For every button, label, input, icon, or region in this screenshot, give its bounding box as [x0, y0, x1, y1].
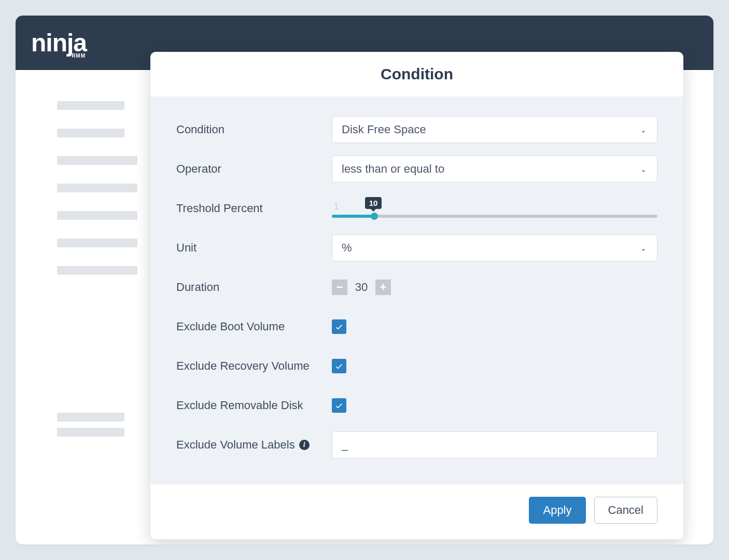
label-exclude-labels-text: Exclude Volume Labels	[176, 438, 295, 452]
skeleton-line	[57, 239, 137, 247]
skeleton-line	[57, 129, 124, 137]
slider-track	[332, 215, 657, 218]
label-unit: Unit	[176, 241, 332, 255]
row-threshold: Treshold Percent 1 10	[176, 195, 657, 222]
input-exclude-labels-value: _	[342, 438, 348, 452]
modal-footer: Apply Cancel	[150, 484, 683, 539]
checkbox-exclude-boot[interactable]	[332, 319, 346, 334]
select-unit[interactable]: %	[332, 234, 657, 261]
row-duration: Duration − 30 +	[176, 274, 657, 301]
slider-threshold[interactable]: 1 10	[332, 195, 657, 222]
chevron-down-icon	[639, 165, 648, 173]
select-condition[interactable]: Disk Free Space	[332, 116, 657, 143]
duration-value: 30	[353, 281, 370, 294]
cancel-button[interactable]: Cancel	[594, 497, 657, 524]
brand-logo: ninjaRMM	[31, 31, 87, 55]
skeleton-line	[57, 211, 137, 220]
slider-value-badge: 10	[365, 197, 382, 209]
slider-thumb[interactable]	[371, 213, 378, 220]
label-duration: Duration	[176, 281, 332, 294]
row-exclude-recovery: Exclude Recovery Volume	[176, 353, 657, 380]
skeleton-line	[57, 101, 124, 110]
input-exclude-labels[interactable]: _	[332, 431, 657, 458]
app-window: ninjaRMM Condition Condition Disk Free S…	[16, 16, 713, 544]
row-condition: Condition Disk Free Space	[176, 116, 657, 143]
duration-minus-button[interactable]: −	[332, 279, 347, 295]
slider-fill	[332, 215, 374, 218]
label-operator: Operator	[176, 162, 332, 176]
modal-title: Condition	[150, 52, 683, 96]
chevron-down-icon	[639, 125, 648, 134]
modal-body: Condition Disk Free Space Operator less …	[150, 96, 683, 484]
brand-name: ninja	[31, 29, 87, 57]
label-threshold: Treshold Percent	[176, 202, 332, 215]
skeleton-line	[57, 184, 137, 192]
row-exclude-labels: Exclude Volume Labels i _	[176, 431, 657, 458]
info-icon[interactable]: i	[299, 440, 310, 450]
row-exclude-removable: Exclude Removable Disk	[176, 392, 657, 419]
slider-min: 1	[334, 202, 339, 212]
row-exclude-boot: Exclude Boot Volume	[176, 313, 657, 340]
skeleton-line	[57, 428, 124, 437]
label-exclude-recovery: Exclude Recovery Volume	[176, 359, 332, 373]
skeleton-line	[57, 156, 137, 165]
select-unit-value: %	[342, 241, 352, 255]
check-icon	[334, 322, 344, 331]
skeleton-line	[57, 413, 124, 422]
stepper-duration: − 30 +	[332, 279, 391, 295]
apply-button[interactable]: Apply	[529, 497, 585, 524]
duration-plus-button[interactable]: +	[375, 279, 391, 295]
select-operator-value: less than or equal to	[342, 162, 444, 176]
skeleton-line	[57, 266, 137, 275]
checkbox-exclude-recovery[interactable]	[332, 359, 346, 373]
check-icon	[334, 361, 344, 371]
condition-modal: Condition Condition Disk Free Space Oper…	[150, 52, 683, 539]
select-operator[interactable]: less than or equal to	[332, 156, 657, 183]
label-exclude-removable: Exclude Removable Disk	[176, 399, 332, 412]
row-operator: Operator less than or equal to	[176, 156, 657, 183]
check-icon	[334, 401, 344, 410]
label-exclude-boot: Exclude Boot Volume	[176, 320, 332, 333]
row-unit: Unit %	[176, 234, 657, 261]
brand-suffix: RMM	[72, 53, 86, 59]
chevron-down-icon	[639, 244, 648, 252]
checkbox-exclude-removable[interactable]	[332, 398, 346, 413]
select-condition-value: Disk Free Space	[342, 123, 426, 136]
label-exclude-labels: Exclude Volume Labels i	[176, 438, 332, 452]
label-condition: Condition	[176, 123, 332, 136]
